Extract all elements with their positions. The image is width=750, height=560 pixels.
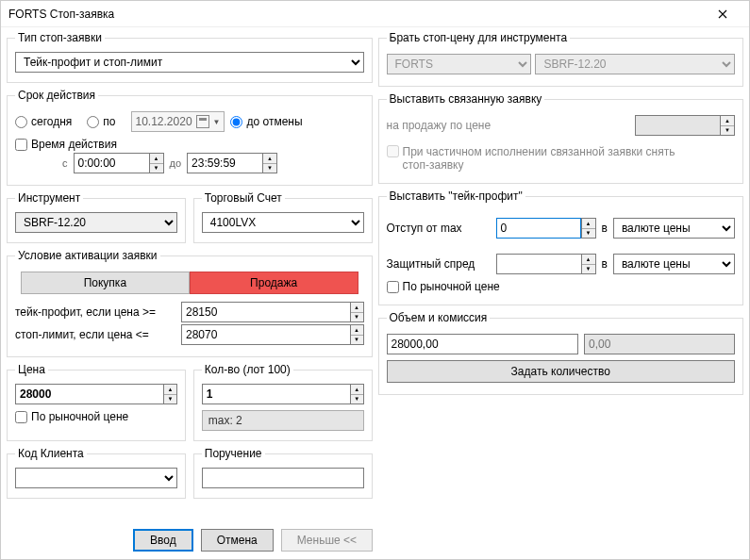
qty-legend: Кол-во (лот 100) (202, 363, 293, 376)
instrument-legend: Инструмент (15, 191, 83, 205)
spin-down-icon[interactable]: ▼ (351, 336, 363, 345)
radio-today[interactable]: сегодня (15, 115, 72, 128)
price-input[interactable] (15, 384, 163, 404)
order-ref-group: Поручение (193, 447, 373, 499)
validity-group: Срок действия сегодня по 10.12.2020 ▼ (7, 89, 373, 186)
close-button[interactable] (704, 3, 742, 25)
spin-down-icon[interactable]: ▼ (582, 265, 595, 274)
price-spinner[interactable]: ▲▼ (15, 384, 177, 404)
validity-legend: Срок действия (15, 89, 98, 102)
tp-price-input[interactable] (181, 302, 350, 322)
spin-up-icon[interactable]: ▲ (582, 219, 595, 229)
time-from-input[interactable] (74, 153, 149, 173)
spin-up-icon[interactable]: ▲ (721, 116, 734, 126)
qty-group: Кол-во (лот 100) ▲▼ max: 2 (193, 363, 373, 441)
volume-amount-input[interactable] (387, 334, 579, 354)
stop-order-dialog: FORTS Стоп-заявка Тип стоп-заявки Тейк-п… (0, 0, 750, 560)
stop-type-legend: Тип стоп-заявки (15, 31, 105, 44)
tp-price-spinner[interactable]: ▲▼ (181, 302, 364, 322)
spin-up-icon[interactable]: ▲ (150, 154, 163, 164)
stop-type-select[interactable]: Тейк-профит и стоп-лимит (15, 52, 364, 73)
client-code-select[interactable] (15, 468, 177, 488)
spin-up-icon[interactable]: ▲ (164, 385, 176, 395)
check-market-price-input[interactable] (15, 411, 27, 423)
radio-gtc-input[interactable] (230, 116, 242, 128)
check-market-price[interactable]: По рыночной цене (15, 410, 128, 423)
sell-toggle[interactable]: Продажа (190, 272, 358, 294)
spin-up-icon[interactable]: ▲ (263, 154, 276, 164)
account-group: Торговый Счет 4100LVX (193, 191, 373, 243)
take-profit-group: Выставить "тейк-профит" Отступ от max ▲▼… (378, 189, 744, 305)
source-market-select[interactable]: FORTS (387, 54, 532, 74)
source-group: Брать стоп-цену для инструмента FORTS SB… (378, 31, 744, 87)
activation-group: Условие активации заявки Покупка Продажа… (7, 249, 373, 357)
radio-gtc[interactable]: до отмены (230, 115, 302, 128)
commission-display (584, 334, 735, 354)
linked-price-input[interactable] (635, 115, 720, 136)
spin-down-icon[interactable]: ▼ (721, 126, 734, 136)
check-tp-market[interactable]: По рыночной цене (387, 280, 500, 293)
order-ref-input[interactable] (202, 468, 364, 488)
time-to-spinner[interactable]: ▲▼ (187, 153, 277, 173)
calendar-icon (196, 115, 209, 128)
chevron-down-icon: ▼ (213, 118, 221, 126)
buy-toggle[interactable]: Покупка (21, 272, 190, 294)
titlebar: FORTS Стоп-заявка (1, 1, 749, 27)
radio-until-input[interactable] (87, 116, 99, 128)
set-quantity-button[interactable]: Задать количество (387, 360, 736, 383)
source-legend: Брать стоп-цену для инструмента (387, 31, 571, 44)
account-select[interactable]: 4100LVX (202, 212, 364, 233)
spread-label: Защитный спред (387, 257, 491, 271)
linked-order-legend: Выставить связанную заявку (387, 92, 545, 106)
left-column: Тип стоп-заявки Тейк-профит и стоп-лимит… (7, 29, 373, 519)
radio-until[interactable]: по (87, 115, 115, 128)
sl-price-input[interactable] (181, 324, 350, 345)
spread-in-label: в (602, 257, 608, 271)
offset-input[interactable] (496, 218, 581, 239)
cancel-button[interactable]: Отмена (201, 529, 274, 552)
close-icon (718, 9, 727, 19)
instrument-select[interactable]: SBRF-12.20 (15, 212, 177, 233)
sl-price-spinner[interactable]: ▲▼ (181, 324, 364, 345)
less-button[interactable]: Меньше << (281, 529, 373, 552)
source-instrument-select[interactable]: SBRF-12.20 (535, 54, 735, 74)
spin-down-icon[interactable]: ▼ (150, 164, 163, 173)
window-title: FORTS Стоп-заявка (8, 8, 114, 21)
check-time-range[interactable]: Время действия (15, 138, 117, 151)
submit-button[interactable]: Ввод (133, 529, 193, 552)
spin-up-icon[interactable]: ▲ (582, 255, 595, 265)
spin-down-icon[interactable]: ▼ (351, 395, 363, 404)
check-partial-cancel-input[interactable] (387, 145, 399, 157)
time-to-input[interactable] (187, 153, 262, 173)
spin-down-icon[interactable]: ▼ (263, 164, 276, 173)
linked-price-spinner[interactable]: ▲▼ (635, 115, 735, 136)
qty-spinner[interactable]: ▲▼ (202, 384, 364, 404)
spin-up-icon[interactable]: ▲ (351, 303, 363, 313)
volume-legend: Объем и комиссия (387, 311, 491, 324)
spin-down-icon[interactable]: ▼ (582, 229, 595, 239)
spread-input[interactable] (496, 254, 581, 274)
spin-up-icon[interactable]: ▲ (351, 385, 363, 395)
spin-down-icon[interactable]: ▼ (351, 313, 363, 322)
qty-input[interactable] (202, 384, 350, 404)
footer: Ввод Отмена Меньше << (1, 521, 749, 559)
spin-up-icon[interactable]: ▲ (351, 325, 363, 336)
check-partial-cancel[interactable]: При частичном исполнении связанной заявк… (387, 145, 686, 172)
check-tp-market-input[interactable] (387, 281, 399, 293)
client-code-group: Код Клиента (7, 447, 186, 499)
price-legend: Цена (15, 363, 48, 376)
spread-unit-select[interactable]: валюте цены (613, 254, 735, 274)
sl-condition-label: стоп-лимит, если цена <= (15, 328, 175, 341)
check-time-range-input[interactable] (15, 139, 27, 151)
account-legend: Торговый Счет (202, 191, 285, 205)
offset-spinner[interactable]: ▲▼ (496, 218, 596, 239)
linked-order-group: Выставить связанную заявку на продажу по… (378, 92, 744, 184)
spin-down-icon[interactable]: ▼ (164, 395, 176, 404)
offset-label: Отступ от max (387, 222, 491, 235)
offset-unit-select[interactable]: валюте цены (613, 218, 735, 239)
radio-today-input[interactable] (15, 116, 27, 128)
until-date-picker[interactable]: 10.12.2020 ▼ (131, 111, 225, 132)
time-from-spinner[interactable]: ▲▼ (74, 153, 164, 173)
client-code-legend: Код Клиента (15, 447, 87, 460)
spread-spinner[interactable]: ▲▼ (496, 254, 596, 274)
